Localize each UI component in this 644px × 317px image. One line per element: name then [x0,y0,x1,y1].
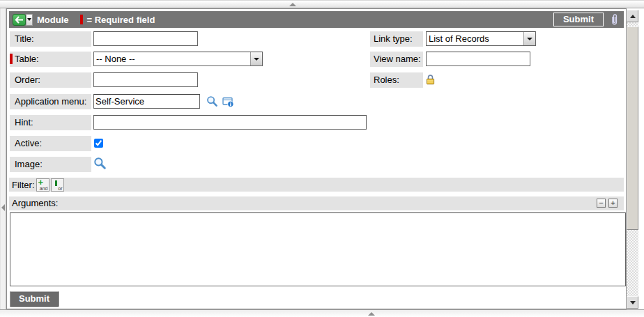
filter-row: Filter: + and or [9,178,624,192]
collapse-button[interactable]: − [597,199,606,208]
required-legend: = Required field [87,15,155,25]
field-label-application-menu: Application menu: [10,94,91,109]
or-bar-icon [55,180,57,186]
link-type-select[interactable]: List of Records [426,31,536,46]
label-text: Title: [15,33,34,44]
link-type-select-arrow[interactable] [523,32,535,45]
application-menu-input[interactable] [93,94,200,109]
hint-input[interactable] [93,115,367,130]
required-field-marker-icon [10,54,13,64]
link-type-select-value: List of Records [427,32,535,45]
filter-and-button[interactable]: + and [36,178,49,192]
magnifier-icon [206,95,218,107]
magnifier-icon [93,157,107,170]
splitter-grip-up-icon[interactable] [368,312,375,316]
order-input[interactable] [93,72,198,87]
left-splitter[interactable] [0,8,6,309]
expand-button[interactable]: + [608,199,618,208]
field-label-view-name: View name: [370,52,423,67]
scrollbar-thumb[interactable] [627,26,638,230]
application-menu-preview-button[interactable] [222,96,234,107]
label-text: Table: [15,54,39,64]
filter-label: Filter: [12,180,35,190]
roles-lock-button[interactable] [426,74,435,85]
label-text: Image: [15,159,43,169]
filter-and-label: and [40,186,48,191]
form-header: Module = Required field Submit [9,11,624,28]
chevron-down-icon [254,58,259,61]
top-splitter[interactable] [0,0,644,8]
label-text: Active: [15,138,42,148]
splitter-grip-up-icon[interactable] [289,3,296,6]
label-text: Link type: [374,33,413,44]
back-button[interactable] [13,14,26,26]
module-form-page: Module = Required field Submit Title: Ta… [0,0,644,317]
required-marker-icon [80,15,83,24]
paperclip-icon[interactable] [610,13,619,26]
chevron-down-icon [527,38,532,40]
arrow-down-icon [630,301,636,304]
field-label-hint: Hint: [10,115,91,130]
scroll-down-button[interactable] [627,296,638,309]
bottom-splitter[interactable] [0,309,644,317]
arguments-section-header: Arguments: − + [9,196,624,210]
image-lookup-button[interactable] [93,157,107,170]
splitter-grip-left-icon[interactable] [1,204,5,211]
back-arrow-icon [15,16,24,24]
field-label-image: Image: [10,157,91,172]
table-select-value: -- None -- [94,52,262,65]
field-label-roles: Roles: [370,72,423,88]
field-label-order: Order: [10,72,91,88]
filter-or-button[interactable]: or [51,178,64,192]
table-select[interactable]: -- None -- [93,52,263,66]
module-form-frame: Module = Required field Submit Title: Ta… [6,8,627,309]
active-checkbox[interactable] [94,139,103,148]
scroll-up-button[interactable] [627,10,638,22]
label-text: Application menu: [15,96,86,107]
field-label-title: Title: [10,31,91,47]
label-text: View name: [374,54,421,64]
record-preview-icon [222,96,234,107]
title-input[interactable] [93,31,198,46]
label-text: Roles: [374,75,399,85]
back-menu-caret[interactable] [26,14,33,26]
label-text: Hint: [15,117,33,127]
submit-button-footer[interactable]: Submit [10,291,59,307]
arguments-textarea[interactable] [10,212,626,286]
table-select-arrow[interactable] [250,52,262,65]
label-text: Order: [15,75,40,85]
arrow-up-icon [630,15,636,18]
filter-or-label: or [58,186,62,191]
view-name-input[interactable] [426,52,530,66]
application-menu-lookup-button[interactable] [206,95,218,107]
lock-icon [426,74,435,85]
arguments-label: Arguments: [12,198,58,208]
form-title: Module [37,15,69,25]
field-label-active: Active: [10,136,91,151]
field-label-link-type: Link type: [370,31,423,47]
chevron-down-icon [27,18,31,21]
vertical-scrollbar[interactable] [627,10,638,309]
submit-button-header[interactable]: Submit [553,13,604,26]
field-label-table: Table: [10,52,91,67]
